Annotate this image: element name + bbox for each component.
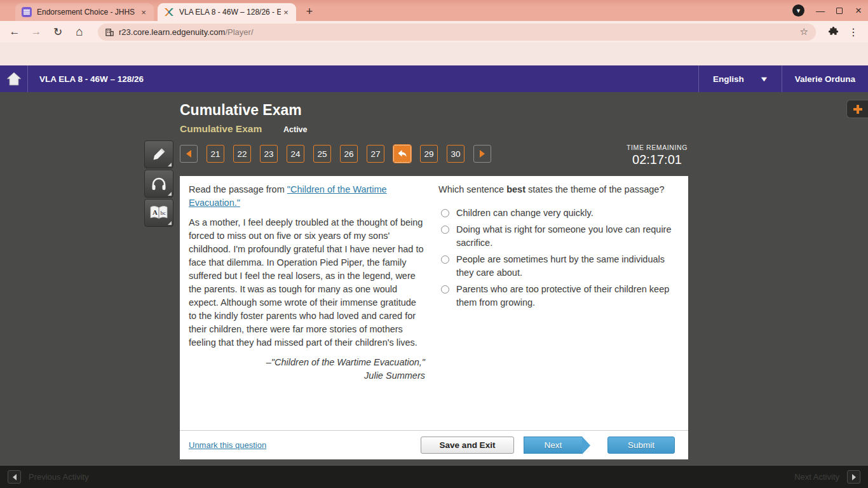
plus-icon bbox=[853, 105, 862, 114]
site-building-icon bbox=[105, 28, 114, 36]
timer-label: TIME REMAINING bbox=[609, 144, 705, 151]
browser-tabbar: Endorsement Choice - JHHS × VLA ELA 8 - … bbox=[0, 0, 868, 21]
list-favicon bbox=[22, 7, 32, 17]
previous-activity-label: Previous Activity bbox=[29, 472, 89, 482]
svg-text:A: A bbox=[153, 208, 158, 216]
tab-close-icon[interactable]: × bbox=[139, 7, 149, 17]
arrow-left-icon bbox=[186, 150, 191, 158]
arrow-left-icon bbox=[13, 474, 17, 480]
forward-icon[interactable]: → bbox=[28, 24, 44, 40]
marked-question-arrow-icon bbox=[397, 148, 408, 159]
course-title: VLA ELA 8 - 46W – 128/26 bbox=[39, 74, 144, 84]
back-icon[interactable]: ← bbox=[6, 24, 23, 40]
passage-intro: Read the passage from "Children of the W… bbox=[189, 183, 425, 210]
card-footer: Unmark this question Save and Exit Next … bbox=[180, 430, 688, 459]
attribution: –"Children of the Wartime Evacuation," J… bbox=[189, 356, 425, 383]
attribution-title: –"Children of the Wartime Evacuation," bbox=[189, 356, 425, 369]
question-nav-29[interactable]: 29 bbox=[420, 145, 438, 163]
url-path: /Player/ bbox=[225, 27, 253, 37]
question-nav-list: 212223242526272930 bbox=[207, 145, 465, 163]
question-nav-current-marked[interactable] bbox=[393, 145, 411, 163]
highlighter-tool-button[interactable] bbox=[144, 140, 173, 168]
passage-column: Read the passage from "Children of the W… bbox=[189, 183, 425, 383]
home-icon bbox=[6, 72, 22, 86]
next-question-button[interactable] bbox=[473, 145, 491, 163]
answer-option-label: People are sometimes hurt by the same in… bbox=[456, 253, 677, 280]
pencil-icon bbox=[151, 147, 166, 162]
radio-button[interactable] bbox=[441, 255, 449, 264]
radio-button[interactable] bbox=[441, 209, 449, 217]
question-nav-30[interactable]: 30 bbox=[447, 145, 465, 163]
url-site: r23.core.learn.edgenuity.com bbox=[119, 27, 225, 37]
prev-question-button[interactable] bbox=[180, 145, 198, 163]
answer-option-label: Doing what is right for someone you love… bbox=[456, 223, 677, 250]
browser-toolbar: ← → ↻ ⌂ r23.core.learn.edgenuity.com/Pla… bbox=[0, 21, 868, 43]
next-button[interactable]: Next bbox=[524, 437, 582, 454]
new-tab-button[interactable]: + bbox=[301, 3, 318, 20]
exam-timer: TIME REMAINING 02:17:01 bbox=[609, 144, 705, 167]
tab-close-icon[interactable]: × bbox=[281, 7, 291, 17]
bookmark-star-icon[interactable]: ☆ bbox=[796, 26, 812, 37]
tab-title: Endorsement Choice - JHHS bbox=[37, 8, 139, 17]
arrow-right-icon bbox=[852, 474, 856, 480]
tool-sidebar: A bc bbox=[144, 140, 173, 228]
browser-menu-icon[interactable]: ⋮ bbox=[845, 24, 862, 40]
radio-button[interactable] bbox=[441, 226, 449, 234]
previous-activity-button[interactable] bbox=[8, 470, 21, 484]
chevron-down-icon: ▼ bbox=[759, 75, 769, 83]
headphones-icon bbox=[151, 176, 167, 191]
next-button-label: Next bbox=[524, 437, 582, 454]
extensions-puzzle-icon[interactable] bbox=[825, 24, 841, 40]
restore-button[interactable] bbox=[836, 8, 843, 14]
next-activity-label: Next Activity bbox=[794, 472, 839, 482]
browser-update-icon[interactable]: ▼ bbox=[792, 4, 804, 17]
expand-panel-button[interactable] bbox=[846, 100, 868, 118]
page-top-gap bbox=[0, 43, 868, 65]
question-nav-22[interactable]: 22 bbox=[233, 145, 251, 163]
question-nav-27[interactable]: 27 bbox=[367, 145, 384, 163]
prompt-bold-text: best bbox=[506, 184, 526, 194]
answer-option-3[interactable]: People are sometimes hurt by the same in… bbox=[438, 253, 677, 280]
read-aloud-tool-button[interactable] bbox=[144, 170, 173, 198]
dictionary-book-icon: A bc bbox=[149, 205, 168, 221]
language-label: English bbox=[713, 74, 744, 84]
answer-option-1[interactable]: Children can change very quickly. bbox=[438, 207, 677, 220]
svg-text:bc: bc bbox=[161, 210, 166, 216]
question-card: Read the passage from "Children of the W… bbox=[180, 176, 688, 459]
question-nav-24[interactable]: 24 bbox=[287, 145, 304, 163]
minimize-button[interactable]: — bbox=[816, 6, 825, 16]
window-close-button[interactable]: × bbox=[854, 4, 863, 17]
app-home-button[interactable] bbox=[0, 65, 28, 92]
question-nav: 212223242526272930 bbox=[180, 145, 491, 163]
radio-button[interactable] bbox=[441, 285, 449, 294]
answer-option-label: Parents who are too protective of their … bbox=[456, 283, 677, 309]
url-bar[interactable]: r23.core.learn.edgenuity.com/Player/ ☆ bbox=[98, 24, 816, 41]
language-select[interactable]: English ▼ bbox=[698, 65, 782, 92]
arrow-right-icon bbox=[480, 150, 485, 158]
user-name[interactable]: Valerie Orduna bbox=[782, 65, 868, 92]
prompt-text-suffix: states the theme of the passage? bbox=[526, 184, 664, 194]
submit-button[interactable]: Submit bbox=[607, 437, 675, 454]
prompt-text: Which sentence bbox=[438, 184, 506, 194]
save-and-exit-button[interactable]: Save and Exit bbox=[421, 437, 514, 454]
browser-home-icon[interactable]: ⌂ bbox=[71, 24, 88, 40]
intro-text: Read the passage from bbox=[189, 184, 287, 194]
question-nav-25[interactable]: 25 bbox=[313, 145, 331, 163]
tab-title: VLA ELA 8 - 46W – 128/26 - Edg bbox=[179, 8, 281, 17]
next-activity-button[interactable] bbox=[847, 470, 860, 484]
question-nav-23[interactable]: 23 bbox=[260, 145, 278, 163]
question-nav-26[interactable]: 26 bbox=[340, 145, 358, 163]
answer-option-2[interactable]: Doing what is right for someone you love… bbox=[438, 223, 677, 250]
answer-option-4[interactable]: Parents who are too protective of their … bbox=[438, 283, 677, 309]
browser-tab-edgenuity[interactable]: VLA ELA 8 - 46W – 128/26 - Edg × bbox=[158, 3, 296, 21]
timer-value: 02:17:01 bbox=[609, 152, 705, 167]
activity-footer: Previous Activity Next Activity bbox=[0, 466, 868, 488]
reload-icon[interactable]: ↻ bbox=[50, 24, 66, 40]
unmark-question-link[interactable]: Unmark this question bbox=[189, 440, 266, 450]
answer-option-label: Children can change very quickly. bbox=[456, 207, 677, 220]
browser-tab-endorsement[interactable]: Endorsement Choice - JHHS × bbox=[15, 3, 154, 21]
question-nav-21[interactable]: 21 bbox=[207, 145, 224, 163]
attribution-author: Julie Summers bbox=[189, 369, 425, 383]
glossary-tool-button[interactable]: A bc bbox=[144, 199, 173, 227]
passage-body: As a mother, I feel deeply troubled at t… bbox=[189, 216, 425, 349]
